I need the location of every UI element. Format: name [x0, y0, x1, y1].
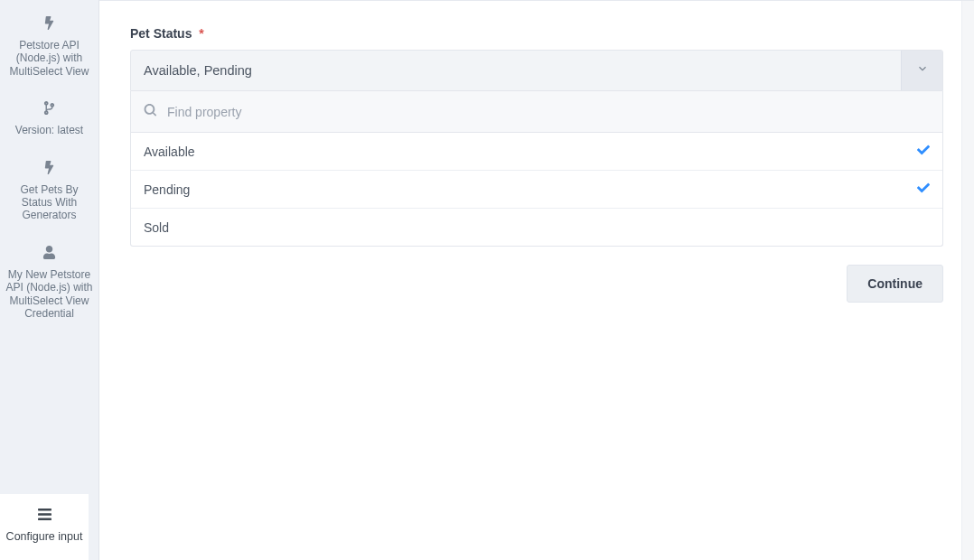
tab-label: Configure input	[6, 530, 83, 544]
multiselect-toggle[interactable]	[901, 51, 942, 90]
sidebar-items: Petstore API (Node.js) with MultiSelect …	[0, 0, 98, 494]
sidebar-item-label: Petstore API (Node.js) with MultiSelect …	[5, 39, 93, 78]
multiselect-selected-value: Available, Pending	[131, 51, 901, 90]
option-available[interactable]: Available	[131, 133, 942, 171]
multiselect-header[interactable]: Available, Pending	[130, 50, 943, 91]
multiselect-search-input[interactable]	[167, 105, 930, 119]
scrollbar-track[interactable]	[961, 1, 974, 560]
option-label: Available	[144, 145, 195, 159]
check-icon	[917, 144, 930, 159]
required-indicator: *	[199, 26, 203, 41]
field-label-pet-status: Pet Status *	[130, 26, 943, 41]
bolt-icon	[42, 161, 56, 178]
sidebar-item-get-pets[interactable]: Get Pets By Status With Generators	[0, 161, 98, 222]
actions-row: Continue	[130, 265, 943, 303]
user-icon	[42, 246, 56, 263]
option-pending[interactable]: Pending	[131, 171, 942, 209]
sidebar-item-label: My New Petstore API (Node.js) with Multi…	[5, 268, 93, 321]
sidebar-item-version[interactable]: Version: latest	[0, 101, 98, 136]
multiselect-search-row	[130, 91, 943, 133]
main-panel: Pet Status * Available, Pending Availabl…	[99, 0, 974, 560]
option-sold[interactable]: Sold	[131, 209, 942, 246]
continue-button[interactable]: Continue	[847, 265, 943, 303]
tab-configure-input[interactable]: Configure input	[0, 494, 89, 560]
field-label-text: Pet Status	[130, 26, 192, 41]
sidebar-item-petstore-api[interactable]: Petstore API (Node.js) with MultiSelect …	[0, 16, 98, 78]
option-label: Sold	[144, 220, 169, 235]
check-icon	[917, 182, 930, 197]
sidebar: Petstore API (Node.js) with MultiSelect …	[0, 0, 99, 560]
sidebar-item-label: Version: latest	[15, 124, 83, 136]
bolt-icon	[42, 16, 56, 33]
branch-icon	[42, 101, 56, 118]
sidebar-item-credential[interactable]: My New Petstore API (Node.js) with Multi…	[0, 246, 98, 321]
menu-icon	[37, 507, 52, 527]
multiselect-options: Available Pending Sold	[130, 133, 943, 247]
chevron-down-icon	[916, 62, 929, 79]
multiselect-pet-status: Available, Pending Available Pending	[130, 50, 943, 247]
search-icon	[144, 104, 156, 120]
sidebar-item-label: Get Pets By Status With Generators	[5, 183, 93, 222]
option-label: Pending	[144, 182, 190, 197]
